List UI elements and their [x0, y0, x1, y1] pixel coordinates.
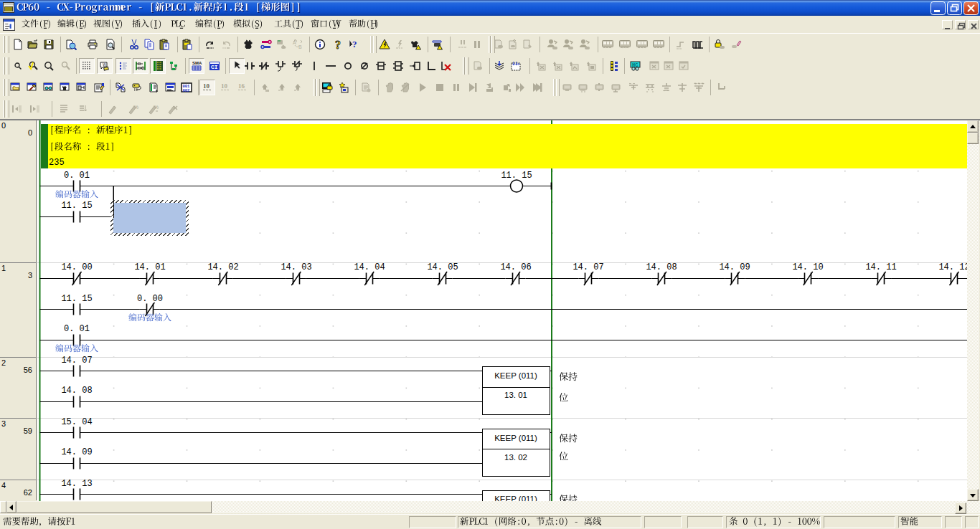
svg-text:B: B: [298, 44, 302, 49]
svg-text:%: %: [133, 104, 138, 110]
svg-text:10: 10: [221, 82, 228, 90]
svg-text:?: ?: [335, 39, 341, 50]
svg-text:%: %: [154, 104, 159, 110]
svg-text:W: W: [103, 62, 106, 67]
svg-text:A: A: [293, 40, 296, 45]
svg-text:10: 10: [203, 82, 210, 90]
svg-text:?: ?: [352, 39, 357, 49]
svg-text:002: 002: [183, 88, 190, 93]
svg-text:SMA: SMA: [192, 61, 202, 65]
svg-text:CI: CI: [211, 64, 218, 70]
svg-text:16: 16: [238, 82, 245, 90]
